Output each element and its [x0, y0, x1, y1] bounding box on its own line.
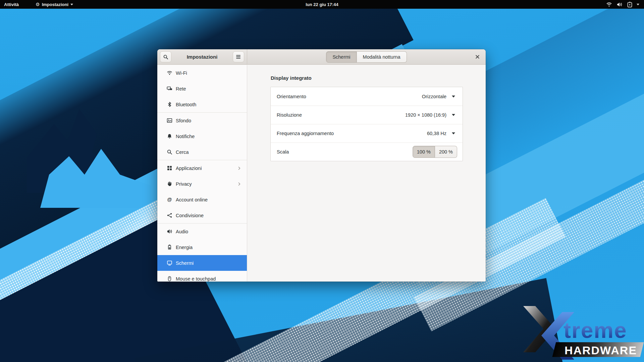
sidebar-item-label: Sfondo	[176, 118, 241, 123]
scale-toggle-group: 100 %200 %	[413, 146, 457, 158]
caret-down-icon	[70, 4, 73, 5]
caret-down-icon	[637, 4, 639, 5]
mouse-icon	[167, 276, 172, 282]
sidebar-headerbar: Impostazioni	[157, 49, 247, 64]
dropdown-risoluzione[interactable]: 644 × 362 (16:9)	[405, 112, 457, 118]
display-icon	[167, 260, 172, 266]
sidebar-item-sfondo[interactable]: Sfondo	[157, 113, 247, 128]
close-button[interactable]	[474, 53, 481, 61]
dropdown-value: Orizzontale	[422, 94, 446, 99]
sidebar-item-privacy[interactable]: Privacy	[157, 176, 247, 192]
sidebar-item-label: Wi-Fi	[176, 70, 241, 76]
dropdown-orientamento[interactable]: Orizzontale	[422, 94, 457, 99]
system-status-area[interactable]	[603, 0, 642, 9]
sidebar-item-rete[interactable]: Rete	[157, 81, 247, 97]
settings-sidebar: Wi-FiReteBluetoothSfondoNotificheCercaAp…	[157, 65, 247, 282]
sidebar-item-label: Schermi	[176, 260, 241, 266]
search-icon	[167, 149, 172, 155]
sidebar-item-wi-fi[interactable]: Wi-Fi	[157, 65, 247, 81]
caret-down-icon	[452, 132, 455, 134]
search-icon	[163, 54, 168, 60]
sidebar-item-label: Applicazioni	[176, 166, 233, 171]
display-settings-card: OrientamentoOrizzontaleRisoluzione1920 ×…	[270, 87, 463, 161]
settings-row-orientamento[interactable]: OrientamentoOrizzontale	[271, 87, 463, 106]
sidebar-item-cerca[interactable]: Cerca	[157, 144, 247, 160]
clock-label: lun 22 giu 17:44	[306, 2, 338, 7]
app-menu-label: Impostazioni	[42, 2, 68, 7]
displays-panel: Display integrato OrientamentoOrizzontal…	[247, 65, 486, 282]
dropdown-value: 644 × 362 (16:9)	[405, 112, 446, 118]
sidebar-item-mouse-e-touchpad[interactable]: Mouse e touchpad	[157, 271, 247, 282]
wallpaper-icon	[167, 118, 172, 123]
hamburger-icon	[236, 55, 241, 59]
search-button[interactable]	[160, 51, 171, 62]
sidebar-item-notifiche[interactable]: Notifiche	[157, 128, 247, 144]
sidebar-item-account-online[interactable]: @Account online	[157, 192, 247, 207]
hand-icon	[167, 181, 172, 187]
battery-charging-icon	[627, 2, 632, 7]
caret-down-icon	[452, 114, 455, 116]
settings-row-frequenza-aggiornamento[interactable]: Frequenza aggiornamento60,38 Hz	[271, 124, 463, 142]
sidebar-item-label: Account online	[176, 197, 241, 202]
window-title: Impostazioni	[187, 54, 218, 60]
row-label: Scala	[277, 149, 413, 155]
row-label: Frequenza aggiornamento	[277, 131, 427, 136]
brand-sub-text: HARDWARE	[559, 344, 642, 357]
settings-window: Impostazioni SchermiModalità notturna Wi…	[157, 49, 486, 282]
sidebar-item-schermi[interactable]: Schermi	[157, 255, 247, 271]
sidebar-item-label: Rete	[176, 86, 241, 92]
window-body: Wi-FiReteBluetoothSfondoNotificheCercaAp…	[157, 65, 486, 282]
sidebar-item-label: Privacy	[176, 181, 233, 187]
network-icon	[167, 86, 172, 92]
apps-grid-icon	[167, 165, 172, 171]
settings-row-risoluzione[interactable]: Risoluzione1920 × 1080 (16:9)	[271, 106, 463, 124]
close-icon	[475, 54, 480, 59]
sidebar-item-label: Condivisione	[176, 213, 241, 218]
app-menu-button[interactable]: ⚙ Impostazioni	[23, 0, 77, 9]
activities-label: Attività	[4, 2, 19, 7]
chevron-right-icon	[237, 182, 241, 186]
tab-schermi[interactable]: Schermi	[326, 51, 357, 63]
scale-option-200[interactable]: 200 %	[435, 146, 457, 158]
sidebar-item-label: Audio	[176, 229, 241, 234]
wifi-icon	[606, 2, 612, 7]
wifi-icon	[167, 70, 172, 76]
dropdown-value: 60,38 Hz	[427, 131, 446, 136]
share-icon	[167, 213, 172, 218]
tab-modalit-notturna[interactable]: Modalità notturna	[357, 51, 407, 63]
xtreme-hardware-watermark: treme HARDWARE	[521, 303, 642, 360]
settings-row-scala: Scala100 %200 %	[271, 142, 463, 161]
desktop: treme HARDWARE Attività ⚙ Impostazioni l…	[0, 0, 644, 362]
view-switcher: SchermiModalità notturna	[326, 51, 407, 63]
main-headerbar: SchermiModalità notturna	[247, 49, 486, 64]
sidebar-item-condivisione[interactable]: Condivisione	[157, 207, 247, 223]
svg-text:@: @	[167, 197, 172, 202]
chevron-right-icon	[237, 166, 241, 171]
sidebar-item-label: Mouse e touchpad	[176, 276, 241, 282]
row-label: Risoluzione	[277, 112, 405, 118]
activities-button[interactable]: Attività	[0, 0, 23, 9]
bluetooth-icon	[167, 102, 172, 107]
sidebar-item-energia[interactable]: Energia	[157, 239, 247, 255]
sidebar-item-label: Notifiche	[176, 134, 241, 139]
gnome-top-bar: Attività ⚙ Impostazioni lun 22 giu 17:44	[0, 0, 644, 9]
sidebar-item-label: Bluetooth	[176, 102, 241, 107]
brand-text: treme	[564, 317, 627, 343]
row-label: Orientamento	[277, 94, 422, 99]
speaker-icon	[167, 229, 172, 234]
scale-option-100[interactable]: 100 %	[413, 146, 435, 158]
volume-icon	[616, 2, 623, 7]
sidebar-item-audio[interactable]: Audio	[157, 224, 247, 239]
sidebar-item-applicazioni[interactable]: Applicazioni	[157, 160, 247, 176]
primary-menu-button[interactable]	[233, 51, 244, 62]
caret-down-icon	[452, 96, 455, 98]
section-title: Display integrato	[271, 75, 312, 81]
sidebar-item-label: Cerca	[176, 149, 241, 155]
sidebar-item-bluetooth[interactable]: Bluetooth	[157, 97, 247, 112]
dropdown-frequenza-aggiornamento[interactable]: 60,38 Hz	[427, 131, 457, 136]
bell-icon	[167, 133, 172, 139]
at-icon: @	[167, 197, 172, 202]
gear-icon: ⚙	[36, 2, 40, 7]
sidebar-item-label: Energia	[176, 245, 241, 250]
clock-button[interactable]: lun 22 giu 17:44	[306, 0, 338, 9]
